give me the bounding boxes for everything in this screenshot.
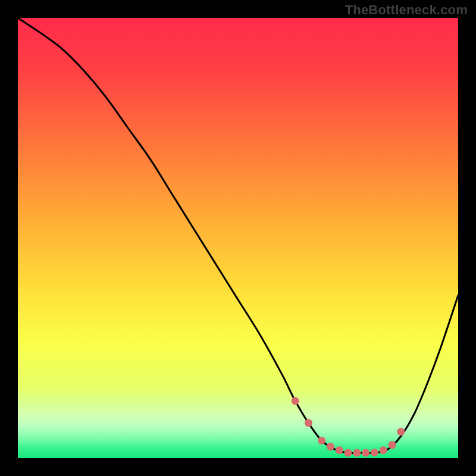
plot-area bbox=[18, 18, 458, 458]
watermark-text: TheBottleneck.com bbox=[345, 2, 468, 18]
marker-dot bbox=[305, 419, 312, 427]
marker-dot bbox=[362, 449, 369, 457]
marker-dot bbox=[397, 428, 405, 436]
bottleneck-chart bbox=[18, 18, 458, 458]
marker-dot bbox=[336, 446, 343, 454]
marker-dot bbox=[327, 443, 334, 450]
marker-dot bbox=[389, 441, 396, 449]
marker-dot bbox=[292, 397, 299, 405]
marker-dot bbox=[345, 449, 352, 457]
marker-dot bbox=[371, 449, 378, 456]
chart-frame: TheBottleneck.com bbox=[0, 0, 476, 476]
optimal-region-markers bbox=[292, 397, 405, 456]
marker-dot bbox=[318, 437, 325, 444]
marker-dot bbox=[380, 446, 387, 454]
bottleneck-curve-path bbox=[18, 18, 458, 453]
marker-dot bbox=[353, 449, 361, 457]
